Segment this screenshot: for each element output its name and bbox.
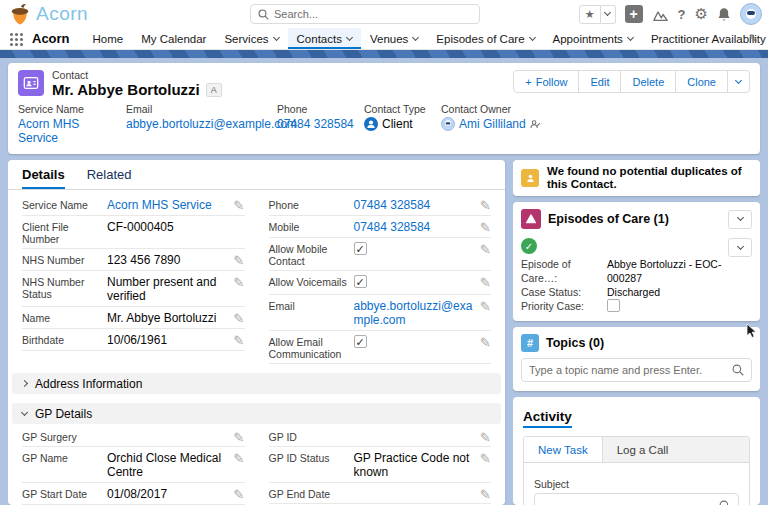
contact-type-value: Client bbox=[382, 117, 413, 131]
episode-field-row: Case Status: Discharged bbox=[521, 285, 752, 299]
nav-item-appointments[interactable]: Appointments bbox=[544, 28, 642, 49]
favorites-button-group: ★ bbox=[579, 5, 616, 24]
topics-input[interactable] bbox=[529, 364, 726, 376]
topics-title: Topics (0) bbox=[546, 336, 604, 350]
global-search[interactable] bbox=[250, 4, 480, 24]
follow-button[interactable]: +Follow bbox=[513, 70, 579, 93]
chevron-down-icon bbox=[529, 33, 536, 40]
checkbox bbox=[354, 242, 367, 255]
chevron-down-icon bbox=[736, 242, 743, 249]
duplicates-icon bbox=[521, 169, 539, 187]
nav-item-contacts[interactable]: Contacts bbox=[288, 28, 361, 49]
contact-record-icon bbox=[18, 70, 44, 96]
record-entity-label: Contact bbox=[52, 70, 222, 81]
episode-row-dropdown-button[interactable] bbox=[728, 238, 752, 257]
episode-field-row: Episode of Care…: Abbye Bortoluzzi - EOC… bbox=[521, 257, 752, 285]
subject-label: Subject bbox=[534, 478, 739, 490]
brand-name: Acorn bbox=[36, 3, 88, 25]
section-gp-details[interactable]: GP Details bbox=[12, 403, 501, 424]
tab-activity[interactable]: Activity bbox=[523, 409, 572, 428]
edit-pencil-icon[interactable]: ✎ bbox=[233, 487, 244, 502]
field-email-link[interactable]: abbye.bortoluzzi@example.com bbox=[354, 299, 473, 327]
favorite-star-icon[interactable]: ★ bbox=[579, 5, 601, 24]
priority-case-checkbox bbox=[607, 299, 620, 312]
topics-input-wrap bbox=[521, 358, 752, 382]
details-panel: Details Related Service Name Acorn MHS S… bbox=[8, 160, 505, 505]
highlight-label: Phone bbox=[277, 103, 354, 115]
activity-card: Activity New Task Log a Call Subject bbox=[513, 397, 760, 505]
chevron-down-icon bbox=[736, 214, 743, 221]
edit-pencil-icon[interactable]: ✎ bbox=[480, 198, 491, 213]
nav-item-episodes-of-care[interactable]: Episodes of Care bbox=[427, 28, 543, 49]
clone-button[interactable]: Clone bbox=[675, 70, 728, 93]
episodes-card-dropdown-button[interactable] bbox=[728, 210, 752, 229]
edit-pencil-icon[interactable]: ✎ bbox=[233, 253, 244, 268]
field-row-name: Name Mr. Abbye Bortoluzzi ✎ bbox=[22, 307, 245, 329]
search-icon bbox=[719, 500, 731, 505]
edit-pencil-icon[interactable]: ✎ bbox=[233, 275, 244, 290]
episodes-of-care-card: Episodes of Care (1) ✓ Episode of Care…:… bbox=[513, 202, 760, 321]
tab-log-a-call[interactable]: Log a Call bbox=[603, 437, 683, 462]
help-icon[interactable]: ? bbox=[678, 7, 686, 22]
delete-button[interactable]: Delete bbox=[620, 70, 676, 93]
field-row-email: Email abbye.bortoluzzi@example.com ✎ bbox=[269, 295, 492, 331]
tab-related[interactable]: Related bbox=[87, 160, 132, 189]
edit-button[interactable]: Edit bbox=[578, 70, 621, 93]
user-avatar[interactable] bbox=[740, 3, 762, 25]
edit-pencil-icon[interactable]: ✎ bbox=[480, 451, 491, 466]
email-link[interactable]: abbye.bortoluzzi@example.com bbox=[126, 117, 297, 131]
trailhead-icon[interactable] bbox=[652, 7, 669, 22]
episodes-of-care-icon bbox=[521, 209, 541, 229]
client-type-icon bbox=[364, 117, 378, 131]
record-title: Mr. Abbye Bortoluzzi bbox=[52, 81, 200, 99]
field-service-name-link[interactable]: Acorn MHS Service bbox=[107, 198, 212, 212]
edit-pencil-icon[interactable]: ✎ bbox=[233, 430, 244, 445]
duplicates-alert: We found no potential duplicates of this… bbox=[513, 160, 760, 196]
tab-new-task[interactable]: New Task bbox=[524, 437, 603, 462]
app-launcher-icon[interactable] bbox=[0, 28, 32, 49]
edit-pencil-icon[interactable]: ✎ bbox=[233, 333, 244, 348]
global-actions-icon[interactable]: + bbox=[625, 5, 643, 23]
field-mobile-link[interactable]: 07484 328584 bbox=[354, 220, 431, 234]
field-row-gp-surgery: GP Surgery ✎ bbox=[22, 426, 245, 447]
nav-item-venues[interactable]: Venues bbox=[361, 28, 427, 49]
record-header-card: Contact Mr. Abbye Bortoluzzi A +Follow E… bbox=[8, 63, 760, 154]
nav-item-my-calendar[interactable]: My Calendar bbox=[132, 28, 215, 49]
edit-pencil-icon[interactable]: ✎ bbox=[233, 198, 244, 213]
edit-nav-pencil-icon[interactable]: ✎ bbox=[749, 32, 758, 45]
change-owner-icon[interactable] bbox=[530, 119, 541, 130]
subject-input[interactable] bbox=[542, 500, 719, 505]
field-row-phone: Phone 07484 328584 ✎ bbox=[269, 194, 492, 216]
favorites-dropdown-button[interactable] bbox=[601, 5, 616, 24]
edit-pencil-icon[interactable]: ✎ bbox=[480, 275, 491, 290]
edit-pencil-icon[interactable]: ✎ bbox=[233, 311, 244, 326]
edit-pencil-icon[interactable]: ✎ bbox=[480, 242, 491, 257]
field-row-client-file-number: Client File Number CF-0000405 bbox=[22, 216, 245, 249]
tab-details[interactable]: Details bbox=[22, 160, 65, 189]
name-pronunciation-badge[interactable]: A bbox=[206, 83, 222, 97]
contact-owner-link[interactable]: Ami Gilliland bbox=[459, 117, 526, 131]
nav-item-home[interactable]: Home bbox=[84, 28, 133, 49]
more-actions-dropdown-button[interactable] bbox=[727, 70, 750, 93]
edit-pencil-icon[interactable]: ✎ bbox=[233, 451, 244, 466]
edit-pencil-icon[interactable]: ✎ bbox=[480, 487, 491, 502]
notification-bell-icon[interactable] bbox=[717, 7, 731, 22]
chevron-down-icon bbox=[346, 33, 353, 40]
service-name-link[interactable]: Acorn MHS Service bbox=[18, 117, 116, 145]
edit-pencil-icon[interactable]: ✎ bbox=[480, 299, 491, 314]
section-address-information[interactable]: Address Information bbox=[12, 373, 501, 394]
owner-avatar bbox=[441, 117, 455, 131]
global-search-input[interactable] bbox=[274, 8, 472, 20]
nav-item-services[interactable]: Services bbox=[215, 28, 287, 49]
setup-gear-icon[interactable]: ⚙ bbox=[695, 5, 708, 23]
highlight-label: Service Name bbox=[18, 103, 116, 115]
edit-pencil-icon[interactable]: ✎ bbox=[480, 335, 491, 350]
field-phone-link[interactable]: 07484 328584 bbox=[354, 198, 431, 212]
episode-link[interactable]: Abbye Bortoluzzi - EOC-000287 bbox=[607, 257, 752, 285]
phone-link[interactable]: 07484 328584 bbox=[277, 117, 354, 131]
edit-pencil-icon[interactable]: ✎ bbox=[480, 220, 491, 235]
edit-pencil-icon[interactable]: ✎ bbox=[480, 430, 491, 445]
chevron-down-icon bbox=[627, 33, 634, 40]
brand-logo: Acorn bbox=[0, 2, 88, 26]
search-icon bbox=[258, 9, 269, 20]
